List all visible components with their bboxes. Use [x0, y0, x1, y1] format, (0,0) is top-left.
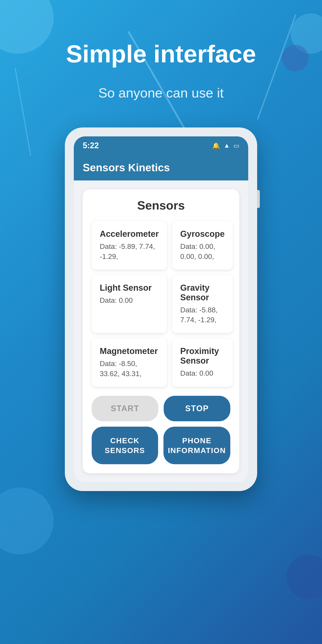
start-button[interactable]: START	[92, 396, 158, 421]
notification-icon: 🔔	[212, 142, 220, 149]
stop-button[interactable]: STOP	[164, 396, 230, 421]
gravity-sensor-data: Data: -5.88, 7.74, -1.29,	[180, 305, 225, 325]
light-sensor-card: Light Sensor Data: 0.00	[92, 275, 167, 333]
sensors-section-title: Sensors	[92, 198, 230, 212]
start-stop-row: START STOP	[92, 396, 230, 421]
bottom-buttons-row: CHECKSENSORS PHONEINFORMATION	[92, 427, 230, 464]
light-sensor-data: Data: 0.00	[100, 296, 159, 306]
gyroscope-data: Data: 0.00, 0.00, 0.00,	[180, 242, 225, 262]
accelerometer-data: Data: -5.89, 7.74, -1.29,	[100, 242, 159, 262]
proximity-sensor-data: Data: 0.00	[180, 368, 225, 378]
phone-mockup: 5:22 🔔 ▲ ▭ Sensors Kinetics Sensors	[65, 128, 257, 491]
accelerometer-card: Accelerometer Data: -5.89, 7.74, -1.29,	[92, 221, 167, 270]
proximity-sensor-card: Proximity Sensor Data: 0.00	[172, 338, 233, 387]
phone-screen: 5:22 🔔 ▲ ▭ Sensors Kinetics Sensors	[74, 136, 248, 482]
gyroscope-card: Gyroscope Data: 0.00, 0.00, 0.00,	[172, 221, 233, 270]
light-sensor-name: Light Sensor	[100, 283, 159, 293]
magnetometer-name: Magnetometer	[100, 346, 159, 356]
signal-icon: ▲	[224, 142, 230, 149]
proximity-sensor-name: Proximity Sensor	[180, 346, 225, 366]
gravity-sensor-name: Gravity Sensor	[180, 283, 225, 302]
sensors-card: Sensors Accelerometer Data: -5.89, 7.74,…	[83, 190, 239, 473]
side-button	[257, 190, 260, 208]
status-time: 5:22	[83, 141, 99, 150]
status-bar: 5:22 🔔 ▲ ▭	[74, 136, 248, 155]
phone-information-button[interactable]: PHONEINFORMATION	[164, 427, 230, 464]
app-bar-title: Sensors Kinetics	[83, 162, 170, 174]
app-content: Sensors Accelerometer Data: -5.89, 7.74,…	[74, 180, 248, 482]
app-bar: Sensors Kinetics	[74, 155, 248, 180]
gravity-sensor-card: Gravity Sensor Data: -5.88, 7.74, -1.29,	[172, 275, 233, 333]
status-icons: 🔔 ▲ ▭	[212, 142, 239, 149]
battery-icon: ▭	[234, 142, 239, 149]
hero-title: Simple interface	[48, 40, 274, 67]
gyroscope-name: Gyroscope	[180, 229, 225, 239]
content-wrapper: Simple interface So anyone can use it 5:…	[0, 0, 322, 491]
magnetometer-data: Data: -8.50, 33.62, 43.31,	[100, 359, 159, 379]
check-sensors-button[interactable]: CHECKSENSORS	[92, 427, 158, 464]
sensors-grid: Accelerometer Data: -5.89, 7.74, -1.29, …	[92, 221, 230, 387]
accelerometer-name: Accelerometer	[100, 229, 159, 239]
magnetometer-card: Magnetometer Data: -8.50, 33.62, 43.31,	[92, 338, 167, 387]
hero-subtitle: So anyone can use it	[98, 85, 224, 100]
